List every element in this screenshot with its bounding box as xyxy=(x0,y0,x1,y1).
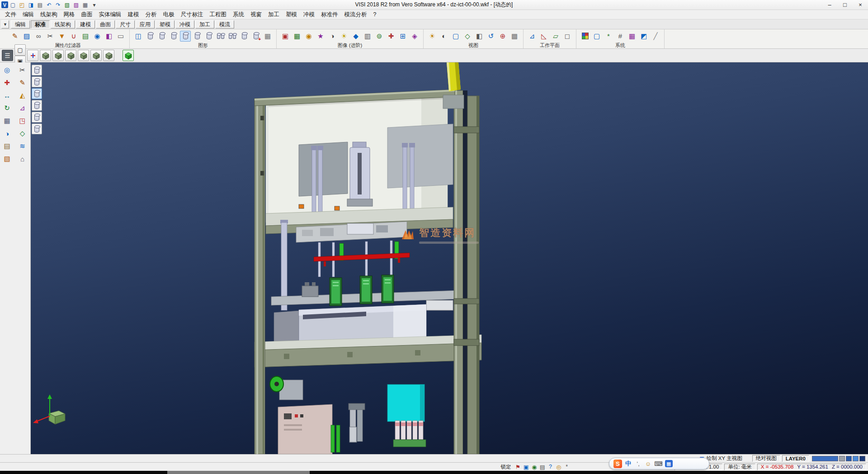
grid-view-icon[interactable]: ▩ xyxy=(509,31,520,42)
hatch-icon[interactable]: ▧ xyxy=(1,153,13,164)
cylinder-pair-icon[interactable] xyxy=(227,31,238,42)
view-cube-button-2[interactable] xyxy=(52,50,64,61)
gem-icon[interactable]: ◆ xyxy=(350,31,361,42)
cylinder-icon[interactable] xyxy=(203,31,214,42)
monitor-icon[interactable]: ▢ xyxy=(591,31,602,42)
menu-item-4[interactable]: 网格 xyxy=(61,10,78,19)
view-cube-button-5[interactable] xyxy=(90,50,102,61)
home-icon[interactable]: ⌂ xyxy=(17,153,28,164)
snapshot-icon[interactable]: ▣ xyxy=(280,31,291,42)
menu-item-16[interactable]: 冲模 xyxy=(300,10,318,19)
qat-more-icon[interactable]: ▾ xyxy=(90,1,99,9)
view-shade-icon[interactable]: ▨ xyxy=(72,1,80,9)
asterisk-icon[interactable]: * xyxy=(603,31,614,42)
menu-item-10[interactable]: 尺寸标注 xyxy=(178,10,207,19)
keyboard-icon[interactable]: ⌨ xyxy=(654,460,663,467)
cone-icon[interactable]: ◭ xyxy=(17,90,28,101)
arrows-icon[interactable]: ↔ xyxy=(1,90,13,101)
cylinder-icon[interactable] xyxy=(156,31,167,42)
view-cube-button-6[interactable] xyxy=(103,50,114,61)
grid-toggle-icon[interactable]: ▦ xyxy=(81,1,90,9)
ime-toolbar[interactable]: S 中 ’,☺⌨▦ xyxy=(609,458,709,469)
cylinder-icon[interactable] xyxy=(180,31,191,42)
menu-item-7[interactable]: 建模 xyxy=(125,10,142,19)
tab-overflow-button[interactable]: ▼ xyxy=(1,20,9,28)
iso-view-active-button[interactable] xyxy=(123,50,134,61)
brush-icon[interactable]: ▨ xyxy=(21,31,32,42)
pencil-slant-icon[interactable]: ╱ xyxy=(650,31,661,42)
menu-item-3[interactable]: 线架构 xyxy=(37,10,61,19)
open-file-icon[interactable]: ◰ xyxy=(18,1,26,9)
plus-icon[interactable]: ✚ xyxy=(386,31,396,42)
zoom-icon[interactable]: ◎ xyxy=(555,463,563,470)
tab-11[interactable]: 模流 xyxy=(215,20,234,28)
waves-icon[interactable]: ≋ xyxy=(17,141,28,152)
gear-icon[interactable]: * xyxy=(563,463,571,470)
new-file-icon[interactable]: ▢ xyxy=(9,1,17,9)
view-menu-button[interactable]: ☰ xyxy=(2,50,13,61)
contrast-icon[interactable]: ◑ xyxy=(1,128,13,139)
half-shade-icon[interactable]: ◧ xyxy=(474,31,485,42)
grid-icon[interactable]: ▦ xyxy=(262,31,273,42)
tab-1[interactable]: 编辑 xyxy=(11,20,30,28)
star-icon[interactable]: ★ xyxy=(315,31,326,42)
tab-7[interactable]: 应用 xyxy=(136,20,155,28)
view-cube-button-4[interactable] xyxy=(78,50,89,61)
wireframe-icon[interactable]: ▢ xyxy=(450,31,461,42)
layer-color-swatch[interactable] xyxy=(812,456,838,461)
tab-9[interactable]: 冲模 xyxy=(175,20,194,28)
rows-icon[interactable]: ▥ xyxy=(362,31,373,42)
grid-icon[interactable]: ▦ xyxy=(1,115,13,126)
save-file-icon[interactable]: ◨ xyxy=(27,1,35,9)
tab-5[interactable]: 曲面 xyxy=(96,20,115,28)
3d-viewport[interactable]: 智造资料网 xyxy=(31,62,868,454)
menu-item-8[interactable]: 分析 xyxy=(142,10,160,19)
light-icon[interactable]: ☀ xyxy=(427,31,438,42)
contrast-icon[interactable]: ◑ xyxy=(327,31,338,42)
display-mode-button-4[interactable] xyxy=(32,100,42,111)
cylinder-icon[interactable] xyxy=(145,31,156,42)
view-cube-button-3[interactable] xyxy=(65,50,76,61)
flag-icon[interactable]: ⚑ xyxy=(514,463,522,470)
scissors-icon[interactable]: ✂ xyxy=(17,65,28,76)
menu-item-6[interactable]: 实体编辑 xyxy=(96,10,125,19)
tab-2[interactable]: 标准 xyxy=(31,20,50,28)
menu-item-1[interactable]: 文件 xyxy=(2,10,19,19)
image-icon[interactable]: ▦ xyxy=(292,31,302,42)
tab-3[interactable]: 线架构 xyxy=(51,20,75,28)
menu-item-2[interactable]: 编辑 xyxy=(19,10,37,19)
pencil-icon[interactable]: ✎ xyxy=(17,77,28,88)
rotate-view-icon[interactable]: ↺ xyxy=(486,31,496,42)
color-grid-icon[interactable] xyxy=(580,31,590,42)
menu-item-12[interactable]: 系统 xyxy=(230,10,247,19)
menu-item-19[interactable]: ? xyxy=(370,10,380,19)
rotate-icon[interactable]: ↻ xyxy=(1,103,13,114)
minimize-button[interactable]: – xyxy=(822,0,837,9)
tab-8[interactable]: 塑模 xyxy=(156,20,175,28)
scissors-icon[interactable]: ✂ xyxy=(45,31,56,42)
menu-item-5[interactable]: 曲面 xyxy=(78,10,96,19)
triangle-icon[interactable]: ⊿ xyxy=(17,103,28,114)
new-view-button[interactable]: ▢ xyxy=(14,44,26,56)
display-mode-button-5[interactable] xyxy=(32,112,42,123)
display-mode-button-6[interactable] xyxy=(32,123,42,134)
layer-color-swatch[interactable] xyxy=(859,456,865,461)
cross-icon[interactable]: ✚ xyxy=(1,77,13,88)
layer-cell[interactable]: LAYER0 xyxy=(782,455,809,462)
target-icon[interactable]: ⊚ xyxy=(374,31,385,42)
help-icon[interactable]: ? xyxy=(547,463,555,470)
undo-icon[interactable]: ↶ xyxy=(45,1,53,9)
diamond-icon[interactable]: ◇ xyxy=(17,128,28,139)
menu-item-18[interactable]: 模流分析 xyxy=(341,10,370,19)
ime-mode-icon[interactable]: 中 xyxy=(625,460,631,468)
redo-icon[interactable]: ↷ xyxy=(54,1,62,9)
hash-grid-icon[interactable]: # xyxy=(615,31,626,42)
layer-color-swatch[interactable] xyxy=(839,456,845,461)
diamond-view-icon[interactable]: ◇ xyxy=(462,31,473,42)
rows-icon[interactable]: ▤ xyxy=(1,141,13,152)
solid-box-icon[interactable]: ◫ xyxy=(133,31,144,42)
image-icon[interactable]: ▣ xyxy=(522,463,530,470)
menu-item-15[interactable]: 塑模 xyxy=(283,10,300,19)
layer-color-swatch[interactable] xyxy=(853,456,859,461)
cylinder-icon[interactable] xyxy=(168,31,179,42)
